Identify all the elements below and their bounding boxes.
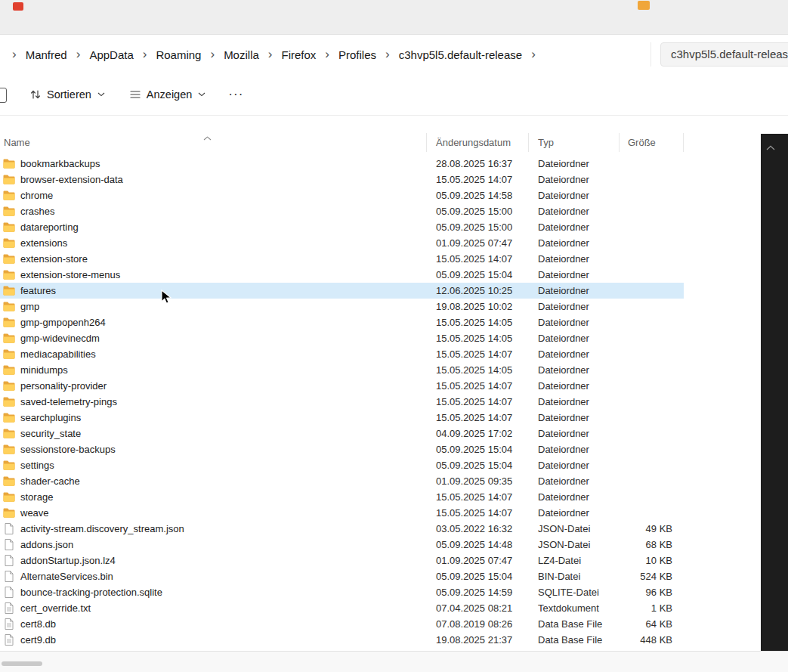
table-row[interactable]: personality-provider 15.05.2025 14:07 Da… — [0, 378, 684, 394]
table-row[interactable]: bookmarkbackups 28.08.2025 16:37 Dateior… — [0, 156, 684, 172]
file-name: bounce-tracking-protection.sqlite — [20, 587, 162, 598]
file-type: Dateiordner — [529, 237, 620, 249]
breadcrumb-chevron-icon[interactable]: › — [531, 48, 536, 60]
table-row[interactable]: mediacapabilities 15.05.2025 14:07 Datei… — [0, 346, 684, 362]
file-name: settings — [20, 460, 54, 471]
breadcrumb-chevron-icon[interactable]: › — [76, 48, 81, 60]
column-header-name[interactable]: Name — [0, 133, 427, 152]
file-name: chrome — [20, 190, 53, 201]
table-row[interactable]: extension-store-menus 05.09.2025 15:04 D… — [0, 267, 684, 283]
more-options-button[interactable]: ··· — [223, 81, 249, 108]
breadcrumb-chevron-icon[interactable]: › — [143, 48, 147, 60]
breadcrumb-chevron-icon[interactable]: › — [385, 48, 390, 60]
table-row[interactable]: shader-cache 01.09.2025 09:35 Dateiordne… — [0, 473, 684, 489]
file-type: JSON-Datei — [529, 539, 620, 550]
table-row[interactable]: saved-telemetry-pings 15.05.2025 14:07 D… — [0, 394, 684, 410]
file-name: gmp — [20, 301, 39, 312]
date-modified: 15.05.2025 14:07 — [427, 174, 529, 185]
breadcrumb-item[interactable]: Profiles — [337, 45, 378, 64]
breadcrumb-item[interactable]: Manfred — [24, 45, 69, 64]
table-row[interactable]: sessionstore-backups 05.09.2025 15:04 Da… — [0, 441, 684, 457]
breadcrumb-item[interactable]: Firefox — [280, 45, 317, 64]
table-row[interactable]: AlternateServices.bin 05.09.2025 15:04 B… — [0, 568, 684, 584]
table-row[interactable]: gmp-gmpopenh264 15.05.2025 14:05 Dateior… — [0, 314, 684, 330]
date-modified: 19.08.2025 21:37 — [427, 634, 529, 646]
breadcrumb-item[interactable]: AppData — [88, 45, 134, 64]
date-modified: 15.05.2025 14:07 — [427, 380, 529, 392]
table-row[interactable]: gmp-widevinecdm 15.05.2025 14:05 Dateior… — [0, 330, 684, 346]
dark-side-panel — [761, 134, 788, 651]
breadcrumb-chevron-icon[interactable]: › — [325, 48, 329, 60]
file-type: Dateiordner — [529, 301, 620, 312]
file-type: JSON-Datei — [529, 523, 620, 534]
table-row[interactable]: datareporting 05.09.2025 15:00 Dateiordn… — [0, 219, 684, 235]
table-row[interactable]: extension-store 15.05.2025 14:07 Dateior… — [0, 251, 684, 267]
breadcrumb-chevron-icon[interactable]: › — [12, 48, 17, 60]
file-name: weave — [20, 507, 49, 519]
folder-icon — [3, 413, 15, 423]
search-box-text: c3hvp5l5.default-release — [671, 48, 788, 60]
table-row[interactable]: storage 15.05.2025 14:07 Dateiordner — [0, 489, 684, 505]
file-name: extension-store-menus — [20, 269, 120, 280]
table-row[interactable]: features 12.06.2025 10:25 Dateiordner — [0, 283, 684, 299]
file-icon — [3, 602, 15, 614]
table-row[interactable]: addonStartup.json.lz4 01.09.2025 07:47 L… — [0, 553, 684, 568]
table-row[interactable]: extensions 01.09.2025 07:47 Dateiordner — [0, 235, 684, 251]
table-row[interactable]: searchplugins 15.05.2025 14:07 Dateiordn… — [0, 410, 684, 426]
folder-icon — [3, 159, 15, 169]
breadcrumb-item[interactable]: c3hvp5l5.default-release — [397, 45, 524, 64]
file-name: cert9.db — [20, 634, 56, 646]
search-box[interactable]: c3hvp5l5.default-release — [660, 42, 788, 67]
breadcrumb-item[interactable]: Mozilla — [222, 45, 261, 64]
file-name: saved-telemetry-pings — [20, 396, 117, 407]
file-name: minidumps — [20, 364, 68, 376]
folder-icon — [3, 381, 15, 391]
column-header-size[interactable]: Größe — [620, 133, 684, 152]
file-name: activity-stream.discovery_stream.json — [20, 523, 184, 534]
table-row[interactable]: crashes 05.09.2025 15:00 Dateiordner — [0, 203, 684, 219]
file-type: Dateiordner — [529, 253, 620, 265]
table-row[interactable]: weave 15.05.2025 14:07 Dateiordner — [0, 505, 684, 521]
file-type: Data Base File — [529, 618, 620, 630]
table-row[interactable]: activity-stream.discovery_stream.json 03… — [0, 521, 684, 537]
file-type: Dateiordner — [529, 475, 620, 487]
date-modified: 05.09.2025 15:00 — [427, 221, 529, 233]
horizontal-scrollbar-thumb[interactable] — [2, 661, 42, 666]
file-list-pane: Name Änderungsdatum Typ Größe — [0, 116, 761, 651]
file-name: gmp-gmpopenh264 — [20, 317, 106, 328]
table-row[interactable]: settings 05.09.2025 15:04 Dateiordner — [0, 457, 684, 473]
file-icon — [3, 571, 15, 582]
column-header-type[interactable]: Typ — [529, 133, 620, 152]
table-row[interactable]: bounce-tracking-protection.sqlite 05.09.… — [0, 584, 684, 600]
file-size: 64 KB — [620, 618, 684, 630]
breadcrumb-chevron-icon[interactable]: › — [268, 48, 273, 60]
scroll-up-icon[interactable] — [766, 140, 775, 153]
table-row[interactable]: security_state 04.09.2025 17:02 Dateiord… — [0, 426, 684, 441]
table-row[interactable]: cert9.db 19.08.2025 21:37 Data Base File… — [0, 632, 684, 648]
file-type: Dateiordner — [529, 206, 620, 217]
folder-icon — [3, 492, 15, 502]
date-modified: 28.08.2025 16:37 — [427, 158, 529, 169]
table-row[interactable]: browser-extension-data 15.05.2025 14:07 … — [0, 172, 684, 187]
file-icon — [3, 634, 15, 646]
view-button[interactable]: Anzeigen — [122, 81, 212, 108]
date-modified: 15.05.2025 14:05 — [427, 333, 529, 344]
column-header-date[interactable]: Änderungsdatum — [427, 133, 529, 152]
file-name: shader-cache — [20, 475, 80, 487]
table-row[interactable]: chrome 05.09.2025 14:58 Dateiordner — [0, 187, 684, 203]
file-type: Data Base File — [529, 634, 620, 646]
file-name: browser-extension-data — [20, 174, 123, 185]
horizontal-scrollbar[interactable] — [0, 651, 788, 672]
table-row[interactable]: minidumps 15.05.2025 14:05 Dateiordner — [0, 362, 684, 378]
table-row[interactable]: cert_override.txt 07.04.2025 08:21 Textd… — [0, 600, 684, 616]
window-tab-bar — [0, 0, 788, 35]
table-row[interactable]: gmp 19.08.2025 10:02 Dateiordner — [0, 299, 684, 314]
file-icon — [3, 555, 15, 566]
breadcrumb-item[interactable]: Roaming — [154, 45, 202, 64]
breadcrumb-chevron-icon[interactable]: › — [210, 48, 215, 60]
command-toolbar: Sortieren Anzeigen ··· — [0, 74, 788, 116]
sort-button[interactable]: Sortieren — [23, 81, 112, 108]
table-row[interactable]: addons.json 05.09.2025 14:48 JSON-Datei … — [0, 537, 684, 553]
table-row[interactable]: cert8.db 07.08.2019 08:26 Data Base File… — [0, 616, 684, 632]
divider — [650, 42, 651, 67]
